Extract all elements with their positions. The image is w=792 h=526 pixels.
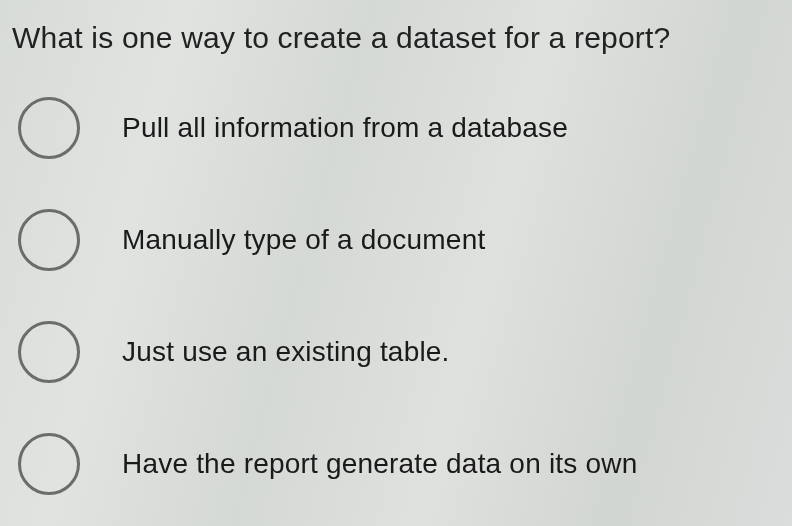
- option-label: Manually type of a document: [122, 224, 485, 256]
- option-row[interactable]: Manually type of a document: [18, 209, 768, 271]
- option-row[interactable]: Have the report generate data on its own: [18, 433, 768, 495]
- radio-icon[interactable]: [18, 209, 80, 271]
- radio-icon[interactable]: [18, 97, 80, 159]
- option-label: Pull all information from a database: [122, 112, 568, 144]
- option-label: Have the report generate data on its own: [122, 448, 637, 480]
- options-list: Pull all information from a database Man…: [12, 97, 768, 495]
- option-label: Just use an existing table.: [122, 336, 450, 368]
- question-text: What is one way to create a dataset for …: [12, 18, 768, 57]
- radio-icon[interactable]: [18, 321, 80, 383]
- option-row[interactable]: Pull all information from a database: [18, 97, 768, 159]
- option-row[interactable]: Just use an existing table.: [18, 321, 768, 383]
- radio-icon[interactable]: [18, 433, 80, 495]
